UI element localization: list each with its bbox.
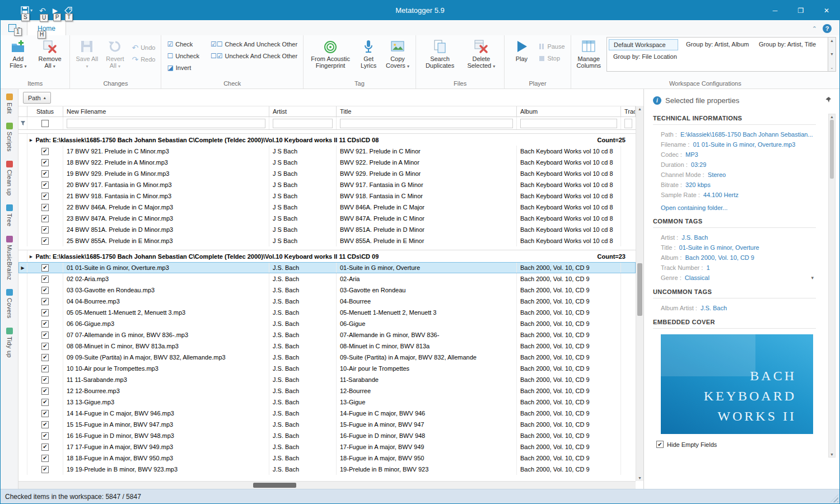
scroll-up-icon[interactable]: ▲ xyxy=(830,39,834,43)
track-row[interactable]: ✔07 07-Allemande in G minor, BWV 836-.mp… xyxy=(18,329,636,340)
uncheck-button[interactable]: ☐ Uncheck xyxy=(165,50,202,62)
track-row[interactable]: ✔15 15-Fugue in A minor, BWV 947.mp3J.S.… xyxy=(18,419,636,430)
row-checkbox[interactable]: ✔ xyxy=(41,399,49,406)
stop-button[interactable]: Stop xyxy=(536,52,567,64)
scroll-down-icon[interactable]: ▼ xyxy=(830,52,834,56)
redo-button[interactable]: ↷ Redo xyxy=(129,53,157,65)
sidebar-item-scripts[interactable]: Scripts xyxy=(6,123,13,152)
filter-status-cell[interactable] xyxy=(27,117,63,129)
scroll-up-icon[interactable]: ▲ xyxy=(829,115,835,119)
sidebar-item-clean-up[interactable]: Clean up xyxy=(6,161,13,195)
get-lyrics-button[interactable]: Get Lyrics xyxy=(355,37,382,70)
track-row[interactable]: ✔08 08-Minuet in C minor, BWV 813a.mp3J.… xyxy=(18,340,636,352)
row-checkbox[interactable]: ✔ xyxy=(41,287,49,294)
group-expand-icon[interactable]: ▸ xyxy=(30,137,32,143)
row-checkbox[interactable]: ✔ xyxy=(41,320,49,328)
grid-vertical-scrollbar[interactable]: ▲ ▼ xyxy=(636,106,643,481)
maximize-button[interactable]: ❐ xyxy=(788,1,814,20)
remove-all-button[interactable]: Remove All ▾ xyxy=(34,37,67,71)
sidebar-item-edit[interactable]: Edit xyxy=(6,94,13,114)
grid-horizontal-scrollbar[interactable] xyxy=(18,481,636,489)
track-row[interactable]: ✔17 BWV 921. Prelude in C Minor.mp3J S B… xyxy=(18,146,636,157)
gallery-expand-icon[interactable]: ⌄ xyxy=(830,66,834,70)
save-all-button[interactable]: Save All ▾ xyxy=(73,37,100,71)
resize-grip[interactable] xyxy=(830,494,838,502)
column-header-title[interactable]: Title xyxy=(337,106,517,116)
track-row[interactable]: ✔09 09-Suite (Partita) in A major, BWV 8… xyxy=(18,352,636,363)
column-header-new-filename[interactable]: New Filename xyxy=(63,106,269,116)
column-header-artist[interactable]: Artist xyxy=(269,106,337,116)
workspace-config-item[interactable]: Group by: Artist, Title xyxy=(754,39,824,50)
column-header-album[interactable]: Album xyxy=(517,106,621,116)
track-row[interactable]: ✔02 02-Aria.mp3J.S. Bach02-AriaBach 2000… xyxy=(18,273,636,284)
pause-button[interactable]: Pause xyxy=(536,40,567,52)
close-button[interactable]: ✕ xyxy=(814,1,839,20)
sidebar-item-covers[interactable]: Covers xyxy=(6,289,13,319)
row-checkbox[interactable]: ✔ xyxy=(41,181,49,189)
uncheck-and-check-other-button[interactable]: ☐☑ Uncheck And Check Other xyxy=(208,50,300,62)
open-containing-folder-link[interactable]: Open containing folder... xyxy=(661,204,727,211)
filter-filename-input[interactable] xyxy=(63,117,269,129)
workspace-config-item[interactable]: Group by: Artist, Album xyxy=(682,39,751,50)
workspace-config-item[interactable]: Default Workspace xyxy=(609,39,678,50)
row-checkbox[interactable]: ✔ xyxy=(41,332,49,339)
row-checkbox[interactable]: ✔ xyxy=(41,226,49,234)
panel-vscroll-thumb[interactable] xyxy=(830,120,834,179)
check-button[interactable]: ☑ Check xyxy=(165,38,202,50)
filter-artist-input[interactable] xyxy=(269,117,337,129)
search-duplicates-button[interactable]: Search Duplicates xyxy=(419,37,460,70)
track-row[interactable]: ✔20 BWV 917. Fantasia in G Minor.mp3J S … xyxy=(18,179,636,190)
group-by-path-button[interactable]: Path ▴ xyxy=(23,92,51,104)
row-checkbox[interactable]: ✔ xyxy=(41,455,49,462)
track-row[interactable]: ✔19 BWV 929. Prelude in G Minor.mp3J S B… xyxy=(18,168,636,179)
scroll-down-icon[interactable]: ▼ xyxy=(636,476,643,480)
track-row[interactable]: ✔23 BWV 847A. Prelude in C Minor.mp3J S … xyxy=(18,213,636,224)
row-checkbox[interactable]: ✔ xyxy=(41,298,49,305)
track-row[interactable]: ✔19 19-Prelude in B minor, BWV 923.mp3J.… xyxy=(18,464,636,475)
filter-title-input[interactable] xyxy=(337,117,517,129)
sidebar-item-tree[interactable]: Tree xyxy=(6,204,13,226)
track-row[interactable]: ✔22 BWV 846A. Prelude in C Major.mp3J S … xyxy=(18,202,636,213)
play-button[interactable]: Play xyxy=(508,37,535,63)
copy-covers-button[interactable]: Copy Covers ▾ xyxy=(383,37,412,71)
help-icon[interactable]: ? xyxy=(823,24,832,33)
row-checkbox[interactable]: ✔ xyxy=(41,309,49,316)
album-cover-image[interactable]: BACH KEYBOARD WORKS II xyxy=(661,334,813,434)
qat-undo-button[interactable]: ↶ U xyxy=(39,6,46,15)
workspace-gallery-scroll[interactable]: ▲ ▼ ⌄ xyxy=(828,37,836,72)
track-row[interactable]: ✔05 05-Menuett 1-Menuett 2, Menuett 3.mp… xyxy=(18,307,636,318)
row-checkbox[interactable]: ✔ xyxy=(41,410,49,417)
track-row[interactable]: ✔25 BWV 855A. Prelude in E Minor.mp3J S … xyxy=(18,235,636,246)
row-checkbox[interactable]: ✔ xyxy=(41,237,49,245)
row-checkbox[interactable]: ✔ xyxy=(41,264,49,272)
row-checkbox[interactable]: ✔ xyxy=(41,215,49,222)
row-checkbox[interactable]: ✔ xyxy=(41,365,49,372)
row-checkbox[interactable]: ✔ xyxy=(41,193,49,200)
qat-play-button[interactable]: ▶ P xyxy=(53,7,58,15)
track-row[interactable]: ✔12 12-Bourree.mp3J.S. Bach12-BourreeBac… xyxy=(18,385,636,396)
panel-vertical-scrollbar[interactable]: ▲ ▼ xyxy=(828,114,836,458)
filter-checkbox[interactable] xyxy=(41,120,49,127)
track-row[interactable]: ✔18 18-Fugue in A major, BWV 950.mp3J.S.… xyxy=(18,452,636,464)
from-acoustic-fingerprint-button[interactable]: From Acoustic Fingerprint xyxy=(307,37,354,70)
row-checkbox[interactable]: ✔ xyxy=(41,170,49,178)
column-header-track[interactable]: Track xyxy=(621,106,636,116)
qat-tag-button[interactable]: T xyxy=(64,7,72,15)
revert-all-button[interactable]: Revert All ▾ xyxy=(101,37,128,71)
column-header-status[interactable]: Status xyxy=(27,106,63,116)
track-row[interactable]: ✔11 11-Sarabande.mp3J.S. Bach11-Saraband… xyxy=(18,374,636,385)
pin-icon[interactable] xyxy=(825,95,832,105)
track-row[interactable]: ✔10 10-Air pour le Trompettes.mp3J.S. Ba… xyxy=(18,363,636,374)
group-row[interactable]: ▸Path: E:\klassiek\1685-1750 Bach Johann… xyxy=(18,250,636,262)
grid-vscroll-thumb[interactable] xyxy=(637,263,642,316)
manage-columns-button[interactable]: Manage Columns xyxy=(575,37,603,70)
row-checkbox[interactable]: ✔ xyxy=(41,276,49,283)
invert-button[interactable]: ◪ Invert xyxy=(165,62,202,73)
track-row[interactable]: ✔13 13-Gigue.mp3J.S. Bach13-GigueBach 20… xyxy=(18,396,636,408)
row-checkbox[interactable]: ✔ xyxy=(41,466,49,473)
track-row[interactable]: ✔14 14-Fugue in C major, BWV 946.mp3J.S.… xyxy=(18,408,636,419)
hide-empty-fields-control[interactable]: ✔ Hide Empty Fields xyxy=(656,441,816,448)
scroll-down-icon[interactable]: ▼ xyxy=(829,452,835,456)
row-checkbox[interactable]: ✔ xyxy=(41,148,49,155)
workspace-config-item[interactable]: Group by: File Location xyxy=(609,52,678,62)
